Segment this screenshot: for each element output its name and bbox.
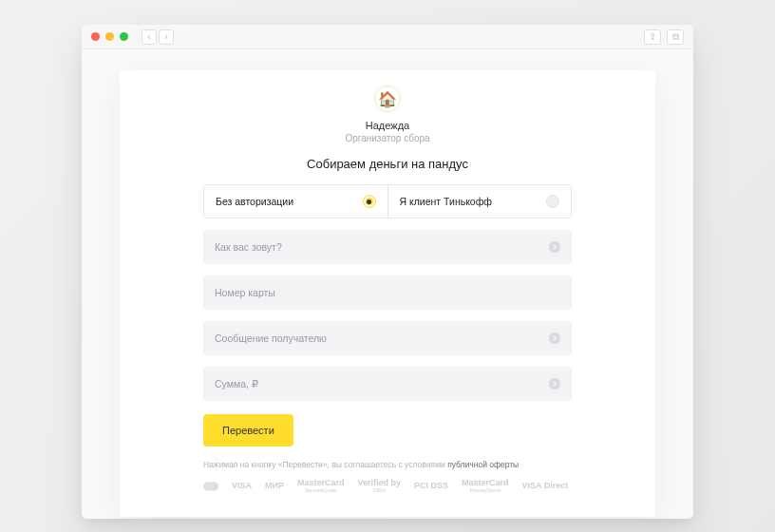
transfer-button[interactable]: Перевести (203, 414, 293, 446)
organizer-role: Организатор сбора (203, 133, 572, 143)
close-window-button[interactable] (91, 32, 100, 41)
visa-logo: VISA (232, 482, 252, 490)
auth-toggle: Без авторизации Я клиент Тинькофф (203, 184, 572, 218)
radio-selected-icon (363, 195, 376, 208)
name-input[interactable] (215, 241, 549, 253)
back-button[interactable]: ‹ (142, 29, 157, 45)
verified-by-visa-logo: Verified byVISA (358, 479, 402, 493)
mastercard-securecode-logo: MasterCardSecureCode (297, 479, 345, 493)
disclaimer-prefix: Нажимая на кнопку «Перевести», вы соглаш… (203, 460, 447, 469)
help-icon[interactable]: ? (549, 378, 560, 390)
organizer-avatar: 🏠 (374, 86, 401, 112)
mastercard-moneysend-logo: MasterCardMoneySend (462, 479, 509, 493)
auth-option-label: Без авторизации (216, 196, 293, 207)
help-icon[interactable]: ? (549, 332, 560, 344)
message-input[interactable] (215, 332, 549, 344)
public-offer-link[interactable]: публичной оферты (447, 460, 519, 469)
share-button[interactable]: ⇪ (644, 29, 661, 45)
organizer-name: Надежда (203, 120, 572, 131)
auth-option-label: Я клиент Тинькофф (400, 196, 492, 207)
collection-title: Собираем деньги на пандус (203, 157, 572, 171)
transfer-card: 🏠 Надежда Организатор сбора Собираем ден… (120, 70, 655, 517)
amount-input[interactable] (215, 378, 549, 390)
card-field[interactable] (203, 276, 572, 310)
tabs-button[interactable]: ⧉ (667, 29, 684, 45)
minimize-window-button[interactable] (105, 32, 114, 41)
radio-unselected-icon (546, 195, 559, 208)
pci-dss-logo: PCI DSS (414, 482, 448, 490)
maximize-window-button[interactable] (120, 32, 128, 41)
visa-direct-logo: VISA Direct (522, 482, 569, 490)
browser-titlebar: ‹ › ⇪ ⧉ (82, 25, 693, 49)
forward-button[interactable]: › (159, 29, 174, 45)
browser-window: ‹ › ⇪ ⧉ 🏠 Надежда Организатор сбора Соби… (82, 25, 693, 519)
card-input[interactable] (215, 287, 560, 298)
mastercard-logo (203, 482, 218, 491)
name-field[interactable]: ? (203, 230, 572, 264)
message-field[interactable]: ? (203, 321, 572, 355)
payment-logos: VISA МИР MasterCardSecureCode Verified b… (203, 479, 572, 493)
help-icon[interactable]: ? (549, 241, 560, 253)
traffic-lights (91, 32, 128, 41)
disclaimer-text: Нажимая на кнопку «Перевести», вы соглаш… (203, 460, 572, 469)
amount-field[interactable]: ? (203, 367, 572, 401)
nav-arrows: ‹ › (142, 29, 174, 45)
page-body: 🏠 Надежда Организатор сбора Собираем ден… (82, 49, 693, 519)
auth-option-tinkoff-client[interactable]: Я клиент Тинькофф (388, 185, 572, 218)
mir-logo: МИР (265, 482, 284, 490)
auth-option-anonymous[interactable]: Без авторизации (204, 185, 388, 218)
